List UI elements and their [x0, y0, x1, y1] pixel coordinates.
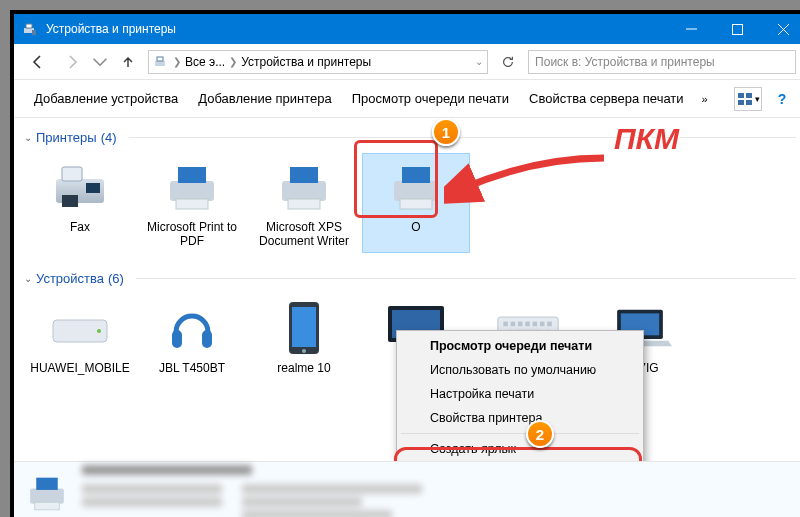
fax-icon [50, 161, 110, 213]
help-button[interactable]: ? [768, 87, 796, 111]
breadcrumb-segment[interactable]: Устройства и принтеры [241, 55, 371, 69]
refresh-button[interactable] [494, 50, 522, 74]
svg-rect-39 [533, 322, 538, 327]
svg-rect-7 [738, 100, 744, 105]
item-label: Microsoft Print to PDF [143, 220, 241, 248]
up-button[interactable] [114, 48, 142, 76]
chevron-right-icon: ❯ [173, 56, 181, 67]
close-button[interactable] [760, 14, 800, 44]
svg-rect-41 [547, 322, 552, 327]
svg-rect-12 [86, 183, 100, 193]
cmd-server-props[interactable]: Свойства сервера печати [519, 87, 694, 110]
menu-separator [401, 433, 639, 434]
chevron-down-icon: ⌄ [24, 132, 32, 143]
svg-rect-16 [176, 199, 208, 209]
printer-icon [386, 161, 446, 213]
context-menu: Просмотр очереди печати Использовать по … [396, 330, 644, 461]
printer-item[interactable]: Microsoft Print to PDF [138, 153, 246, 253]
address-bar[interactable]: ❯ Все э... ❯ Устройства и принтеры ⌄ [148, 50, 488, 74]
printer-item[interactable]: Microsoft XPS Document Writer [250, 153, 358, 253]
svg-rect-21 [402, 167, 430, 183]
svg-rect-18 [290, 167, 318, 183]
printer-icon [24, 473, 70, 513]
smartphone-icon [287, 300, 321, 356]
content-area: ⌄ Принтеры (4) Fax [14, 118, 800, 461]
svg-rect-17 [282, 181, 326, 201]
svg-rect-3 [732, 24, 742, 34]
svg-rect-37 [518, 322, 523, 327]
chevron-down-icon[interactable]: ⌄ [475, 56, 483, 67]
maximize-button[interactable] [714, 14, 760, 44]
chevron-down-icon: ⌄ [24, 273, 32, 284]
cmd-add-printer[interactable]: Добавление принтера [188, 87, 341, 110]
menu-printing-prefs[interactable]: Настройка печати [400, 382, 640, 406]
chevron-right-icon: ❯ [229, 56, 237, 67]
svg-rect-19 [288, 199, 320, 209]
recent-dropdown[interactable] [92, 48, 108, 76]
item-label: JBL T450BT [159, 361, 225, 375]
headphones-icon [166, 302, 218, 354]
window: Устройства и принтеры ❯ Вс [10, 10, 800, 517]
svg-rect-13 [62, 195, 78, 207]
command-bar: Добавление устройства Добавление принтер… [14, 80, 800, 118]
menu-open-queue[interactable]: Просмотр очереди печати [400, 334, 640, 358]
group-label: Устройства [36, 271, 104, 286]
group-count: (4) [101, 130, 117, 145]
svg-rect-14 [170, 181, 214, 201]
printer-icon [162, 161, 222, 213]
svg-rect-6 [738, 93, 744, 98]
group-header-devices[interactable]: ⌄ Устройства (6) [24, 265, 796, 290]
breadcrumb-segment[interactable]: Все э... [185, 55, 225, 69]
printer-item[interactable]: Fax [26, 153, 134, 253]
printer-icon [274, 161, 334, 213]
item-label: O [411, 220, 420, 234]
titlebar: Устройства и принтеры [14, 14, 800, 44]
cmd-view-queue[interactable]: Просмотр очереди печати [342, 87, 519, 110]
svg-rect-36 [511, 322, 516, 327]
menu-printer-props[interactable]: Свойства принтера [400, 406, 640, 430]
forward-button[interactable] [58, 48, 86, 76]
minimize-button[interactable] [668, 14, 714, 44]
svg-rect-11 [62, 167, 82, 181]
group-header-printers[interactable]: ⌄ Принтеры (4) [24, 124, 796, 149]
search-input[interactable]: Поиск в: Устройства и принтеры [528, 50, 796, 74]
device-item[interactable]: realme 10 [250, 294, 358, 380]
group-count: (6) [108, 271, 124, 286]
svg-rect-1 [26, 24, 32, 28]
svg-rect-2 [32, 30, 36, 35]
menu-set-default[interactable]: Использовать по умолчанию [400, 358, 640, 382]
svg-rect-35 [503, 322, 508, 327]
cmd-overflow[interactable]: » [694, 89, 716, 109]
cmd-add-device[interactable]: Добавление устройства [24, 87, 188, 110]
svg-rect-5 [157, 57, 163, 61]
svg-rect-38 [525, 322, 530, 327]
device-item[interactable]: JBL T450BT [138, 294, 246, 380]
back-button[interactable] [24, 48, 52, 76]
group-label: Принтеры [36, 130, 97, 145]
devices-printers-icon [153, 54, 169, 70]
drive-icon [49, 306, 111, 350]
svg-point-29 [302, 349, 306, 353]
menu-create-shortcut[interactable]: Создать ярлык [400, 437, 640, 461]
item-label: HUAWEI_MOBILE [30, 361, 130, 375]
svg-rect-9 [746, 100, 752, 105]
view-options-button[interactable]: ▾ [734, 87, 762, 111]
svg-point-24 [97, 329, 101, 333]
item-label: Fax [70, 220, 90, 234]
svg-rect-49 [35, 502, 60, 510]
navbar: ❯ Все э... ❯ Устройства и принтеры ⌄ Пои… [14, 44, 800, 80]
svg-rect-48 [36, 477, 57, 489]
svg-rect-40 [540, 322, 545, 327]
device-item[interactable]: HUAWEI_MOBILE [26, 294, 134, 380]
details-pane [14, 461, 800, 517]
details-text [82, 462, 796, 517]
printer-item-selected[interactable]: O [362, 153, 470, 253]
svg-rect-22 [400, 199, 432, 209]
svg-rect-47 [30, 488, 64, 503]
svg-rect-4 [155, 61, 165, 66]
item-label: Microsoft XPS Document Writer [255, 220, 353, 248]
svg-rect-25 [172, 330, 182, 348]
svg-rect-8 [746, 93, 752, 98]
svg-rect-28 [292, 307, 316, 347]
devices-printers-icon [22, 21, 38, 37]
